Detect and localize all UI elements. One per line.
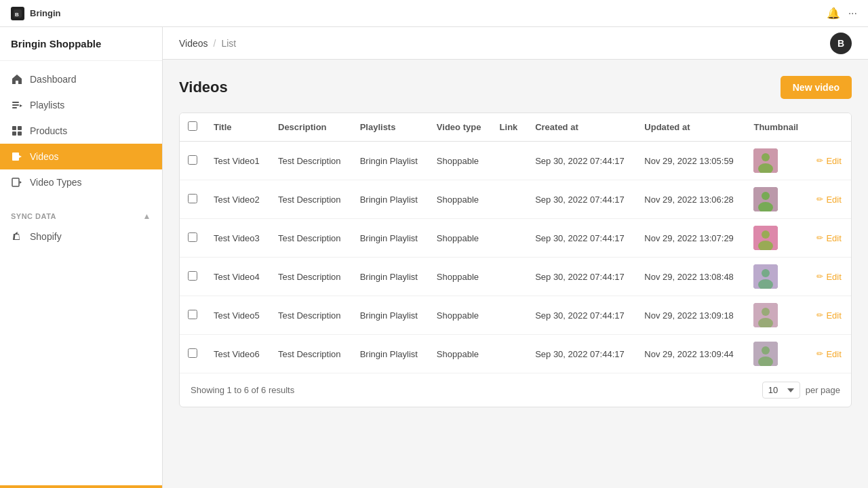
row-description: Test Description	[270, 335, 352, 373]
showing-text: Showing 1 to 6 of 6 results	[191, 385, 294, 395]
per-page-group: 10 25 50 100 per page	[762, 382, 840, 399]
row-playlist: Bringin Playlist	[352, 335, 429, 373]
sidebar-item-playlists[interactable]: Playlists	[0, 92, 162, 118]
select-all-checkbox[interactable]	[188, 121, 197, 131]
row-updated-at: Nov 29, 2022 13:08:48	[636, 258, 745, 296]
row-checkbox-2[interactable]	[188, 194, 197, 203]
sidebar-item-products[interactable]: Products	[0, 118, 162, 144]
svg-text:B: B	[15, 12, 19, 18]
breadcrumb-separator: /	[214, 38, 216, 49]
edit-icon: ✏	[816, 310, 823, 320]
thumbnail-image-6	[753, 342, 778, 366]
row-updated-at: Nov 29, 2022 13:06:28	[636, 180, 745, 219]
svg-point-27	[762, 308, 770, 316]
shopify-icon	[11, 230, 23, 243]
edit-label: Edit	[826, 272, 841, 282]
edit-label: Edit	[826, 233, 841, 243]
topbar-brand: Bringin	[30, 8, 61, 18]
page-title: Videos	[179, 79, 228, 96]
edit-label: Edit	[826, 310, 841, 321]
row-checkbox-6[interactable]	[188, 348, 197, 358]
sidebar-label-playlists: Playlists	[30, 100, 64, 110]
sidebar-item-dashboard[interactable]: Dashboard	[0, 66, 162, 92]
row-thumbnail	[745, 142, 808, 180]
sync-data-section: SYNC DATA ▲	[0, 206, 162, 224]
content-body: Videos New video Title Description Playl…	[163, 60, 868, 488]
edit-button-5[interactable]: ✏ Edit	[816, 310, 841, 321]
page-title-row: Videos New video	[179, 76, 852, 99]
more-icon[interactable]: ···	[848, 7, 857, 20]
sidebar-item-shopify[interactable]: Shopify	[0, 224, 162, 249]
row-link	[492, 219, 528, 258]
new-video-button[interactable]: New video	[781, 76, 852, 99]
edit-icon: ✏	[816, 156, 823, 165]
row-playlist: Bringin Playlist	[352, 219, 429, 258]
edit-icon: ✏	[816, 272, 823, 281]
row-description: Test Description	[270, 296, 352, 335]
svg-rect-3	[12, 104, 19, 106]
breadcrumb-current: List	[221, 38, 236, 49]
sidebar-item-video-types[interactable]: Video Types	[0, 169, 162, 195]
row-checkbox-1[interactable]	[188, 155, 197, 165]
row-video-type: Shoppable	[429, 296, 492, 335]
sidebar-item-videos[interactable]: Videos	[0, 144, 162, 169]
sync-data-label: SYNC DATA	[11, 212, 56, 220]
sidebar-label-videos: Videos	[30, 151, 59, 162]
edit-button-6[interactable]: ✏ Edit	[816, 349, 841, 359]
row-actions: ✏ Edit	[808, 219, 851, 258]
thumbnail-image-2	[753, 187, 778, 211]
sidebar-app-title: Bringin Shoppable	[11, 38, 151, 49]
edit-button-2[interactable]: ✏ Edit	[816, 195, 841, 205]
thumbnail-image-1	[753, 148, 778, 173]
row-description: Test Description	[270, 142, 352, 180]
main-layout: Bringin Shoppable Dashboard Playlists Pr…	[0, 27, 868, 488]
edit-label: Edit	[826, 195, 841, 205]
svg-point-18	[762, 192, 770, 200]
edit-label: Edit	[826, 349, 841, 359]
breadcrumb-parent[interactable]: Videos	[179, 38, 208, 49]
row-checkbox-3[interactable]	[188, 232, 197, 242]
row-created-at: Sep 30, 2022 07:44:17	[527, 142, 636, 180]
row-thumbnail	[745, 219, 808, 258]
row-thumbnail	[745, 335, 808, 373]
col-actions	[808, 113, 851, 142]
row-checkbox-5[interactable]	[188, 310, 197, 319]
row-title: Test Video4	[205, 258, 270, 296]
row-thumbnail	[745, 296, 808, 335]
edit-icon: ✏	[816, 233, 823, 243]
row-checkbox-cell	[180, 142, 205, 180]
table-row: Test Video5 Test Description Bringin Pla…	[180, 296, 851, 335]
edit-icon: ✏	[816, 349, 823, 359]
table-row: Test Video1 Test Description Bringin Pla…	[180, 142, 851, 180]
edit-button-4[interactable]: ✏ Edit	[816, 272, 841, 282]
collapse-icon[interactable]: ▲	[143, 211, 151, 221]
row-updated-at: Nov 29, 2022 13:09:44	[636, 335, 745, 373]
videos-table-container: Title Description Playlists Video type L…	[179, 113, 852, 407]
row-updated-at: Nov 29, 2022 13:05:59	[636, 142, 745, 180]
table-row: Test Video4 Test Description Bringin Pla…	[180, 258, 851, 296]
sidebar: Bringin Shoppable Dashboard Playlists Pr…	[0, 27, 163, 488]
select-all-header	[180, 113, 205, 142]
row-checkbox-4[interactable]	[188, 271, 197, 281]
video-types-icon	[11, 176, 23, 188]
sidebar-label-video-types: Video Types	[30, 177, 82, 188]
topbar-left: B Bringin	[11, 7, 61, 20]
edit-button-3[interactable]: ✏ Edit	[816, 233, 841, 243]
row-video-type: Shoppable	[429, 335, 492, 373]
col-created-at: Created at	[527, 113, 636, 142]
avatar[interactable]: B	[830, 33, 852, 54]
col-updated-at: Updated at	[636, 113, 745, 142]
row-title: Test Video1	[205, 142, 270, 180]
row-created-at: Sep 30, 2022 07:44:17	[527, 335, 636, 373]
row-thumbnail	[745, 180, 808, 219]
svg-rect-12	[12, 178, 19, 186]
row-checkbox-cell	[180, 296, 205, 335]
bell-icon[interactable]: 🔔	[827, 7, 840, 20]
edit-button-1[interactable]: ✏ Edit	[816, 156, 841, 166]
per-page-select[interactable]: 10 25 50 100	[762, 382, 800, 399]
content-header: Videos / List B	[163, 27, 868, 60]
sidebar-label-dashboard: Dashboard	[30, 74, 77, 85]
row-video-type: Shoppable	[429, 219, 492, 258]
row-checkbox-cell	[180, 219, 205, 258]
svg-point-15	[762, 153, 770, 161]
